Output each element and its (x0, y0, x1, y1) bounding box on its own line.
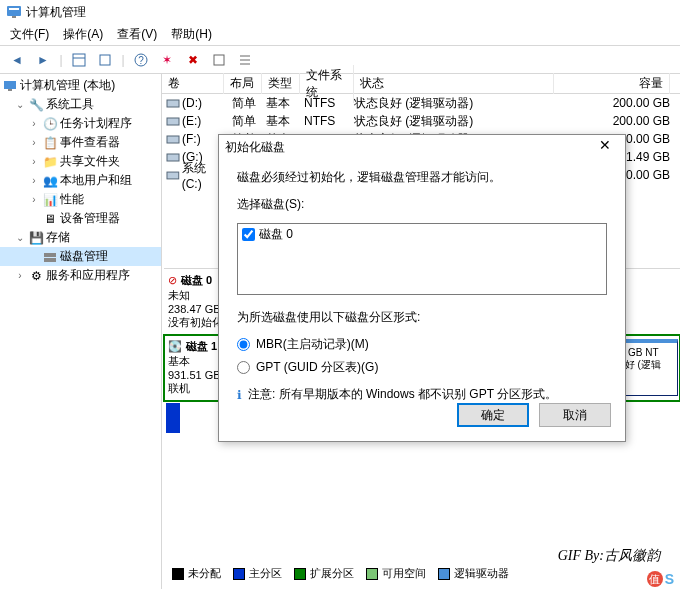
disk-select-box[interactable]: 磁盘 0 (237, 223, 607, 295)
event-icon: 📋 (42, 135, 58, 151)
list-icon[interactable] (234, 49, 256, 71)
svg-rect-20 (167, 172, 179, 179)
expand-icon[interactable]: › (28, 137, 40, 148)
disk-icon (42, 249, 58, 265)
svg-rect-17 (167, 118, 179, 125)
menu-view[interactable]: 查看(V) (111, 24, 163, 45)
svg-text:?: ? (138, 55, 144, 66)
tree-device-manager[interactable]: 🖥 设备管理器 (0, 209, 161, 228)
back-icon[interactable]: ◄ (6, 49, 28, 71)
wrench-icon: 🔧 (28, 97, 44, 113)
device-icon: 🖥 (42, 211, 58, 227)
forward-icon[interactable]: ► (32, 49, 54, 71)
expand-icon[interactable]: › (28, 194, 40, 205)
svg-rect-12 (4, 81, 16, 89)
ok-button[interactable]: 确定 (457, 403, 529, 427)
menu-help[interactable]: 帮助(H) (165, 24, 218, 45)
dialog-message: 磁盘必须经过初始化，逻辑磁盘管理器才能访问。 (237, 169, 607, 186)
refresh-icon[interactable] (94, 49, 116, 71)
tree-disk-management[interactable]: 磁盘管理 (0, 247, 161, 266)
tree-system-tools[interactable]: ⌄ 🔧 系统工具 (0, 95, 161, 114)
tree-root[interactable]: 计算机管理 (本地) (0, 76, 161, 95)
col-type[interactable]: 类型 (262, 73, 300, 94)
expand-icon[interactable]: › (28, 118, 40, 129)
storage-icon: 💾 (28, 230, 44, 246)
col-capacity[interactable]: 容量 (633, 73, 670, 94)
collapse-icon[interactable]: ⌄ (14, 232, 26, 243)
col-status[interactable]: 状态 (354, 73, 554, 94)
svg-rect-15 (44, 258, 56, 262)
app-title: 计算机管理 (26, 4, 86, 21)
dialog-note: ℹ 注意: 所有早期版本的 Windows 都不识别 GPT 分区形式。 (237, 386, 607, 403)
expand-icon[interactable]: › (28, 156, 40, 167)
select-disk-label: 选择磁盘(S): (237, 196, 607, 213)
tree-local-users[interactable]: › 👥 本地用户和组 (0, 171, 161, 190)
watermark-badge-icon: 值 (647, 571, 663, 587)
menubar: 文件(F) 操作(A) 查看(V) 帮助(H) (0, 24, 680, 46)
close-icon[interactable]: ✕ (591, 137, 619, 157)
cancel-icon[interactable]: ✖ (182, 49, 204, 71)
legend-logical: 逻辑驱动器 (438, 566, 509, 581)
disk-error-icon: ⊘ (168, 274, 177, 287)
clock-icon: 🕒 (42, 116, 58, 132)
separator-icon: | (58, 49, 64, 71)
disk-icon: 💽 (168, 340, 182, 353)
gif-credit: GIF By:古风徽韵 (558, 547, 660, 565)
tree-services[interactable]: › ⚙ 服务和应用程序 (0, 266, 161, 285)
svg-rect-16 (167, 100, 179, 107)
tree-storage[interactable]: ⌄ 💾 存储 (0, 228, 161, 247)
help-icon[interactable]: ? (130, 49, 152, 71)
tree-event-viewer[interactable]: › 📋 事件查看器 (0, 133, 161, 152)
services-icon: ⚙ (28, 268, 44, 284)
volume-row[interactable]: (E:)简单基本NTFS状态良好 (逻辑驱动器)200.00 GB (162, 112, 680, 130)
app-icon (6, 4, 22, 20)
computer-icon (2, 78, 18, 94)
svg-rect-3 (73, 54, 85, 66)
svg-rect-14 (44, 253, 56, 257)
expand-icon[interactable]: › (14, 270, 26, 281)
tree-task-scheduler[interactable]: › 🕒 任务计划程序 (0, 114, 161, 133)
col-volume[interactable]: 卷 (162, 73, 224, 94)
svg-rect-1 (9, 8, 19, 10)
gpt-radio[interactable] (237, 361, 250, 374)
legend: 未分配 主分区 扩展分区 可用空间 逻辑驱动器 (172, 566, 509, 581)
collapse-icon[interactable]: ⌄ (14, 99, 26, 110)
expand-icon[interactable]: › (28, 175, 40, 186)
disk-0-checkbox-row[interactable]: 磁盘 0 (242, 226, 602, 243)
info-icon: ℹ (237, 388, 242, 402)
legend-free: 可用空间 (366, 566, 426, 581)
settings-icon[interactable] (208, 49, 230, 71)
volume-row[interactable]: (D:)简单基本NTFS状态良好 (逻辑驱动器)200.00 GB (162, 94, 680, 112)
legend-primary: 主分区 (233, 566, 282, 581)
legend-ext: 扩展分区 (294, 566, 354, 581)
svg-rect-5 (100, 55, 110, 65)
legend-unalloc: 未分配 (172, 566, 221, 581)
svg-rect-2 (12, 16, 16, 18)
disk-0-checkbox[interactable] (242, 228, 255, 241)
perf-icon: 📊 (42, 192, 58, 208)
menu-file[interactable]: 文件(F) (4, 24, 55, 45)
svg-rect-0 (7, 6, 21, 16)
tree-shared-folders[interactable]: › 📁 共享文件夹 (0, 152, 161, 171)
watermark: 值 S (647, 571, 674, 587)
sidebar: 计算机管理 (本地) ⌄ 🔧 系统工具 › 🕒 任务计划程序 › 📋 事件查看器… (0, 74, 162, 589)
cancel-button[interactable]: 取消 (539, 403, 611, 427)
tree-performance[interactable]: › 📊 性能 (0, 190, 161, 209)
users-icon: 👥 (42, 173, 58, 189)
action-icon[interactable]: ✶ (156, 49, 178, 71)
mbr-radio[interactable] (237, 338, 250, 351)
titlebar: 计算机管理 (0, 0, 680, 24)
svg-rect-13 (8, 89, 12, 91)
view-icon[interactable] (68, 49, 90, 71)
mbr-radio-row[interactable]: MBR(主启动记录)(M) (237, 336, 607, 353)
menu-action[interactable]: 操作(A) (57, 24, 109, 45)
separator-icon: | (120, 49, 126, 71)
gpt-radio-row[interactable]: GPT (GUID 分区表)(G) (237, 359, 607, 376)
init-disk-dialog: 初始化磁盘 ✕ 磁盘必须经过初始化，逻辑磁盘管理器才能访问。 选择磁盘(S): … (218, 134, 626, 442)
svg-rect-8 (214, 55, 224, 65)
dialog-title: 初始化磁盘 (225, 139, 285, 156)
col-layout[interactable]: 布局 (224, 73, 262, 94)
dialog-titlebar: 初始化磁盘 ✕ (219, 135, 625, 159)
folder-icon: 📁 (42, 154, 58, 170)
partition-style-label: 为所选磁盘使用以下磁盘分区形式: (237, 309, 607, 326)
